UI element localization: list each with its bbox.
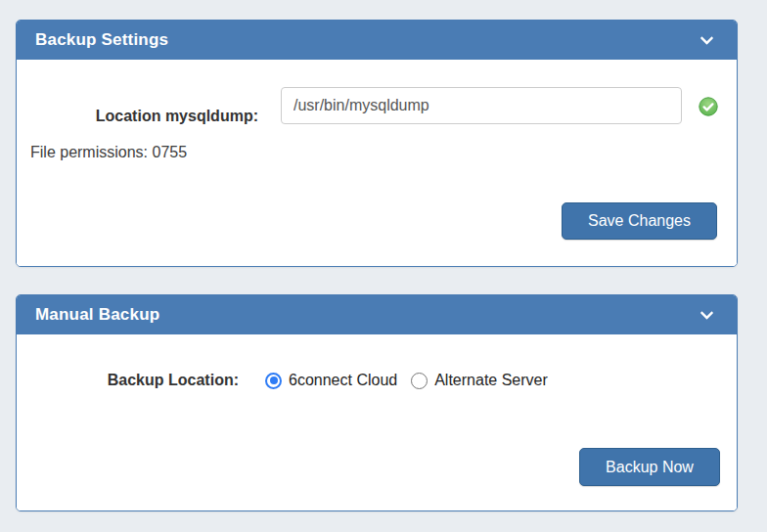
save-changes-button[interactable]: Save Changes bbox=[562, 202, 717, 240]
backup-settings-header[interactable]: Backup Settings bbox=[17, 21, 737, 60]
backup-location-label: Backup Location: bbox=[17, 372, 239, 389]
mysqldump-location-label: Location mysqldump: bbox=[17, 108, 258, 125]
manual-backup-header[interactable]: Manual Backup bbox=[17, 295, 737, 334]
manual-backup-body: Backup Location: 6connect Cloud Alternat… bbox=[17, 334, 737, 510]
file-permissions-text: File permissions: 0755 bbox=[30, 144, 187, 161]
backup-settings-body: Location mysqldump: File permissions: 07… bbox=[17, 60, 737, 266]
chevron-down-icon[interactable] bbox=[699, 308, 715, 323]
radio-option-label: Alternate Server bbox=[434, 372, 548, 389]
radio-option-alternate-server[interactable]: Alternate Server bbox=[411, 372, 548, 389]
backup-location-radio-group: 6connect Cloud Alternate Server bbox=[265, 372, 548, 389]
chevron-down-icon[interactable] bbox=[699, 33, 715, 48]
radio-option-label: 6connect Cloud bbox=[289, 372, 397, 389]
radio-selected-icon[interactable] bbox=[265, 373, 282, 389]
mysqldump-location-input[interactable] bbox=[281, 87, 682, 124]
panel-title: Manual Backup bbox=[35, 305, 159, 325]
panel-title: Backup Settings bbox=[35, 30, 168, 50]
backup-now-button[interactable]: Backup Now bbox=[579, 448, 720, 486]
manual-backup-panel: Manual Backup Backup Location: 6connect … bbox=[16, 294, 738, 511]
radio-unselected-icon[interactable] bbox=[411, 373, 428, 389]
backup-settings-panel: Backup Settings Location mysqldump: File bbox=[16, 20, 738, 267]
radio-option-6connect-cloud[interactable]: 6connect Cloud bbox=[265, 372, 397, 389]
success-check-icon bbox=[699, 97, 718, 116]
